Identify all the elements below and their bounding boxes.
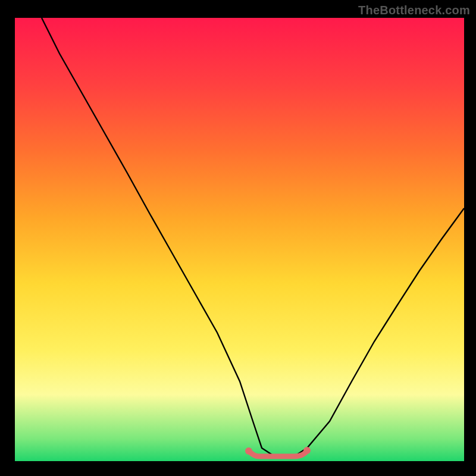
watermark-text: TheBottleneck.com [358,4,470,17]
chart-frame: TheBottleneck.com [0,0,476,476]
plot-area [15,18,464,461]
optimal-range-end-dot [303,447,311,454]
chart-svg [15,18,464,461]
bottleneck-curve-line [42,18,464,457]
optimal-range-start-dot [245,447,252,455]
optimal-range-marker-line [249,450,307,456]
